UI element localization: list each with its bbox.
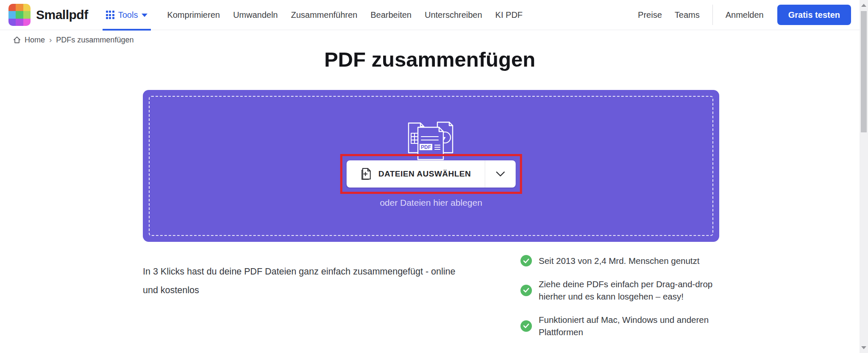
benefit-text: Ziehe deine PDFs einfach per Drag-and-dr… <box>539 278 722 303</box>
check-icon <box>520 320 532 332</box>
smallpdf-logo-icon <box>8 4 31 26</box>
brand-wordmark: Smallpdf <box>36 8 88 22</box>
choose-files-button[interactable]: DATEIEN AUSWÄHLEN <box>347 160 485 188</box>
login-link[interactable]: Anmelden <box>726 10 764 20</box>
nav-item-bearbeiten[interactable]: Bearbeiten <box>370 10 412 20</box>
choose-files-split-button: DATEIEN AUSWÄHLEN <box>347 160 516 188</box>
smallpdf-logo[interactable]: Smallpdf <box>8 4 88 26</box>
benefit-text: Funktioniert auf Mac, Windows und andere… <box>539 314 722 338</box>
benefit-text: Seit 2013 von 2,4 Mrd. Menschen genutzt <box>539 255 699 267</box>
grid-icon <box>106 11 114 19</box>
list-item: Seit 2013 von 2,4 Mrd. Menschen genutzt <box>520 255 722 267</box>
choose-files-dropdown-button[interactable] <box>485 160 515 188</box>
top-navigation-bar: Smallpdf Tools Komprimieren Umwandeln Zu… <box>0 0 860 30</box>
tools-menu-button[interactable]: Tools <box>103 0 151 30</box>
breadcrumb-home-link[interactable]: Home <box>13 36 45 45</box>
breadcrumb: Home › PDFs zusammenfügen <box>0 31 860 49</box>
add-file-icon <box>360 168 372 181</box>
free-trial-button[interactable]: Gratis testen <box>777 5 851 25</box>
scrollbar-thumb[interactable] <box>861 11 867 132</box>
chevron-down-icon <box>495 171 505 177</box>
nav-item-umwandeln[interactable]: Umwandeln <box>233 10 278 20</box>
breadcrumb-home-label: Home <box>25 36 45 45</box>
header-right-group: Preise Teams Anmelden Gratis testen <box>638 5 851 25</box>
page-title: PDF zusammenfügen <box>0 48 860 71</box>
check-icon <box>520 285 532 296</box>
vertical-scrollbar[interactable] <box>860 0 868 353</box>
nav-item-ki-pdf[interactable]: KI PDF <box>495 10 523 20</box>
file-drop-zone[interactable]: PDF DATEIEN AUSWÄHLEN <box>143 90 719 242</box>
nav-item-teams[interactable]: Teams <box>675 10 700 20</box>
list-item: Ziehe deine PDFs einfach per Drag-and-dr… <box>520 278 722 303</box>
scroll-down-icon[interactable] <box>861 346 866 349</box>
caret-down-icon <box>142 14 147 17</box>
nav-item-zusammenfuehren[interactable]: Zusammenführen <box>291 10 357 20</box>
scroll-up-icon[interactable] <box>861 4 866 7</box>
benefit-list: Seit 2013 von 2,4 Mrd. Menschen genutzt … <box>520 255 722 338</box>
choose-files-label: DATEIEN AUSWÄHLEN <box>378 169 471 179</box>
tools-label: Tools <box>118 10 138 20</box>
header-divider <box>712 5 713 25</box>
tool-description: In 3 Klicks hast du deine PDF Dateien ga… <box>143 262 456 300</box>
home-icon <box>13 36 21 44</box>
annotation-highlight-box: DATEIEN AUSWÄHLEN <box>340 154 522 194</box>
nav-item-preise[interactable]: Preise <box>638 10 662 20</box>
pdf-badge-label: PDF <box>421 144 431 150</box>
tools-active-indicator <box>103 29 151 31</box>
primary-nav: Komprimieren Umwandeln Zusammenführen Be… <box>167 10 523 20</box>
check-icon <box>520 255 532 266</box>
list-item: Funktioniert auf Mac, Windows und andere… <box>520 314 722 338</box>
nav-item-komprimieren[interactable]: Komprimieren <box>167 10 220 20</box>
drop-hint-text: oder Dateien hier ablegen <box>143 198 719 208</box>
nav-item-unterschreiben[interactable]: Unterschreiben <box>425 10 482 20</box>
breadcrumb-current-page: PDFs zusammenfügen <box>56 36 134 45</box>
breadcrumb-separator: › <box>49 35 52 45</box>
